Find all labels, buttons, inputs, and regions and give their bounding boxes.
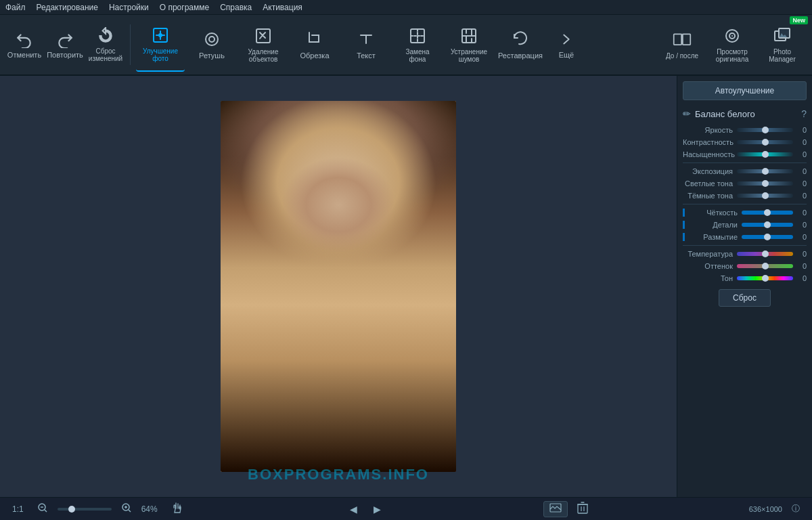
undo-button[interactable]: Отменить [5, 18, 43, 72]
tint-slider[interactable] [737, 264, 793, 268]
zoom-out-button[interactable] [33, 501, 52, 517]
enhance-photo-button[interactable]: Улучшение фото [136, 18, 185, 72]
before-after-button[interactable]: До / после [658, 18, 706, 72]
toolbar-right: До / после Просмотр оригинала New Photo … [658, 18, 807, 72]
text-button[interactable]: Текст [342, 18, 390, 72]
one-to-one-button[interactable]: 1:1 [8, 503, 28, 515]
group-basic: Яркость 0 Контрастность 0 Насыщенность 0 [683, 126, 807, 158]
hand-tool-button[interactable] [167, 500, 187, 517]
exposure-label: Экспозиция [683, 167, 737, 175]
enhance-icon [151, 26, 170, 45]
shadows-row: Тёмные тона 0 [683, 192, 807, 200]
new-badge: New [790, 16, 808, 24]
preview-original-button[interactable]: Просмотр оригинала [708, 18, 757, 72]
replace-bg-button[interactable]: Замена фона [393, 18, 442, 72]
menu-edit[interactable]: Редактирование [37, 3, 98, 12]
menu-bar: Файл Редактирование Настройки О программ… [0, 0, 812, 15]
restore-button[interactable]: Реставрация [496, 18, 545, 72]
group-color: Температура 0 Оттенок 0 Тон 0 [683, 250, 807, 282]
text-label: Текст [357, 51, 376, 60]
saturation-slider[interactable] [737, 152, 793, 156]
delete-button[interactable] [573, 500, 592, 517]
zoom-in-button[interactable] [117, 501, 136, 517]
contrast-value: 0 [793, 138, 807, 146]
auto-enhance-button[interactable]: Автоулучшение [683, 81, 807, 100]
bottom-bar: 1:1 64% ◀ ▶ [0, 497, 812, 520]
nav-next-button[interactable]: ▶ [368, 502, 386, 516]
main-area: BOXPROGRAMS.INFO Автоулучшение ✏ Баланс … [0, 76, 812, 497]
photo-manager-button[interactable]: New Photo Manager [758, 18, 807, 72]
menu-settings[interactable]: Настройки [109, 3, 149, 12]
contrast-row: Контрастность 0 [683, 138, 807, 146]
menu-help[interactable]: Справка [220, 3, 252, 12]
menu-about[interactable]: О программе [160, 3, 209, 12]
details-row: Детали 0 [683, 221, 807, 229]
photo-canvas [221, 101, 456, 472]
more-label: Ещё [559, 51, 574, 59]
toolbar: Отменить Повторить Сброс изменений Улучш… [0, 15, 812, 76]
details-slider[interactable] [742, 223, 793, 227]
image-view-button[interactable] [543, 501, 568, 517]
blur-slider[interactable] [742, 235, 793, 239]
retouch-label: Ретушь [199, 51, 225, 60]
tone-slider[interactable] [737, 276, 793, 280]
photo-container [221, 101, 456, 472]
highlights-value: 0 [793, 179, 807, 188]
temperature-slider[interactable] [737, 252, 793, 256]
saturation-row: Насыщенность 0 [683, 150, 807, 158]
more-button[interactable]: Ещё [547, 18, 585, 72]
reset-button[interactable]: Сброс [719, 289, 771, 307]
temperature-value: 0 [793, 250, 807, 258]
before-after-label: До / после [666, 52, 698, 60]
divider-2 [683, 204, 807, 204]
divider-1 [683, 162, 807, 163]
reset-changes-button[interactable]: Сброс изменений [87, 18, 125, 72]
tone-label: Тон [683, 274, 737, 282]
menu-file[interactable]: Файл [5, 3, 26, 12]
blur-value: 0 [793, 233, 807, 241]
saturation-label: Насыщенность [683, 150, 737, 158]
contrast-slider[interactable] [737, 140, 793, 144]
zoom-slider[interactable] [58, 508, 112, 511]
remove-objects-button[interactable]: Удаление объектов [239, 18, 288, 72]
replace-bg-label: Замена фона [405, 48, 429, 63]
sharpness-label: Чёткость [687, 209, 742, 217]
crop-icon [305, 30, 324, 49]
group-sharpness: Чёткость 0 Детали 0 Размытие 0 [683, 209, 807, 241]
exposure-value: 0 [793, 167, 807, 175]
crop-button[interactable]: Обрезка [290, 18, 339, 72]
retouch-button[interactable]: Ретушь [187, 18, 236, 72]
brightness-label: Яркость [683, 126, 737, 134]
contrast-label: Контрастность [683, 138, 737, 146]
nav-prev-button[interactable]: ◀ [344, 502, 363, 516]
white-balance-header: ✏ Баланс белого ? [683, 107, 807, 121]
denoise-icon [459, 26, 478, 45]
blur-row: Размытие 0 [683, 233, 807, 241]
denoise-button[interactable]: Устранение шумов [445, 18, 493, 72]
brightness-value: 0 [793, 126, 807, 134]
restore-label: Реставрация [498, 51, 543, 60]
retouch-icon [202, 30, 221, 49]
shadows-slider[interactable] [737, 194, 793, 198]
brightness-slider[interactable] [737, 128, 793, 132]
sharpness-slider[interactable] [742, 211, 793, 215]
svg-rect-23 [578, 504, 587, 513]
info-button[interactable]: ⓘ [788, 502, 804, 516]
temperature-row: Температура 0 [683, 250, 807, 258]
redo-button[interactable]: Повторить [46, 18, 84, 72]
svg-line-17 [45, 510, 47, 512]
svg-point-1 [158, 33, 162, 37]
tint-value: 0 [793, 262, 807, 270]
help-icon[interactable]: ? [801, 108, 807, 119]
photo-manager-icon [773, 26, 792, 45]
highlights-label: Светлые тона [683, 179, 737, 188]
zoom-value: 64% [141, 504, 162, 514]
separator-1 [130, 24, 131, 65]
section-title: Баланс белого [695, 109, 797, 119]
menu-activate[interactable]: Активация [263, 3, 302, 12]
canvas-area[interactable]: BOXPROGRAMS.INFO [0, 76, 677, 497]
zoom-thumb [68, 506, 75, 513]
exposure-slider[interactable] [737, 169, 793, 173]
highlights-slider[interactable] [737, 181, 793, 186]
remove-objects-label: Удаление объектов [248, 48, 278, 63]
